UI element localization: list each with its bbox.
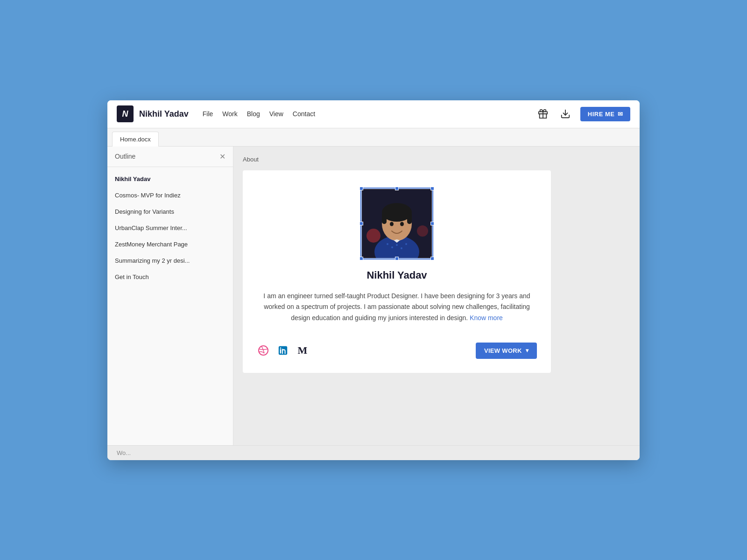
svg-point-13 <box>391 246 393 248</box>
sidebar-item-cosmos[interactable]: Cosmos- MVP for Indiez <box>107 187 233 203</box>
sidebar-item-urbanclap[interactable]: UrbanClap Summer Inter... <box>107 220 233 236</box>
tab-bar: Home.docx <box>107 128 640 147</box>
sidebar-item-zestmoney[interactable]: ZestMoney Merchant Page <box>107 236 233 252</box>
medium-icon[interactable]: M <box>296 344 309 357</box>
person-name: Nikhil Yadav <box>257 269 537 281</box>
sidebar-items: Nikhil Yadav Cosmos- MVP for Indiez Desi… <box>107 167 233 289</box>
sidebar-item-nikhil-yadav[interactable]: Nikhil Yadav <box>107 171 233 187</box>
sidebar-item-summarizing[interactable]: Summarizing my 2 yr desi... <box>107 252 233 269</box>
sidebar-header: Outline ✕ <box>107 147 233 167</box>
svg-rect-21 <box>280 350 282 354</box>
about-card: Nikhil Yadav I am an engineer turned sel… <box>243 170 551 373</box>
nav-work[interactable]: Work <box>222 110 237 118</box>
sidebar-item-variants[interactable]: Designing for Variants <box>107 203 233 220</box>
know-more-link[interactable]: Know more <box>470 314 503 322</box>
svg-point-15 <box>401 247 402 249</box>
content-area: About <box>233 147 640 445</box>
nav-contact[interactable]: Contact <box>293 110 315 118</box>
nav-blog[interactable]: Blog <box>247 110 260 118</box>
svg-point-18 <box>417 225 428 237</box>
nav-links: File Work Blog View Contact <box>203 110 536 118</box>
section-label: About <box>243 156 259 163</box>
linkedin-icon[interactable] <box>276 344 289 357</box>
close-icon[interactable]: ✕ <box>219 152 226 161</box>
profile-photo <box>362 189 432 258</box>
bio-text: I am an engineer turned self-taught Prod… <box>257 291 537 324</box>
sidebar-title: Outline <box>115 153 135 160</box>
nav-view[interactable]: View <box>269 110 283 118</box>
hire-me-button[interactable]: HIRE ME ✉ <box>580 107 630 121</box>
logo: N <box>117 105 134 122</box>
tab-home[interactable]: Home.docx <box>112 132 159 147</box>
logo-letter: N <box>122 109 128 119</box>
svg-point-11 <box>400 222 404 226</box>
header-actions: HIRE ME ✉ <box>536 106 630 121</box>
svg-point-10 <box>390 222 394 226</box>
chevron-down-icon: ▾ <box>526 347 529 354</box>
header: N Nikhil Yadav File Work Blog View Conta… <box>107 100 640 128</box>
main-area: Outline ✕ Nikhil Yadav Cosmos- MVP for I… <box>107 147 640 445</box>
svg-point-14 <box>396 244 398 246</box>
site-title: Nikhil Yadav <box>139 109 189 119</box>
svg-point-12 <box>387 243 388 245</box>
view-work-button[interactable]: VIEW WORK ▾ <box>476 343 537 359</box>
dribbble-icon[interactable] <box>257 344 270 357</box>
person-svg <box>362 189 432 258</box>
svg-point-22 <box>280 348 282 349</box>
browser-window: N Nikhil Yadav File Work Blog View Conta… <box>107 100 640 460</box>
nav-file[interactable]: File <box>203 110 213 118</box>
envelope-icon: ✉ <box>618 111 623 118</box>
card-footer: M VIEW WORK ▾ <box>257 338 537 359</box>
gift-icon[interactable] <box>536 106 550 121</box>
photo-wrapper <box>362 189 432 258</box>
svg-rect-8 <box>382 212 387 224</box>
svg-point-17 <box>366 229 381 243</box>
sidebar-item-get-in-touch[interactable]: Get in Touch <box>107 269 233 285</box>
svg-point-16 <box>405 243 407 245</box>
photo-container <box>257 189 537 258</box>
download-icon[interactable] <box>558 106 573 121</box>
svg-rect-9 <box>407 212 412 224</box>
sidebar: Outline ✕ Nikhil Yadav Cosmos- MVP for I… <box>107 147 233 445</box>
social-icons: M <box>257 344 309 357</box>
bottom-hint: Wo... <box>107 445 640 460</box>
